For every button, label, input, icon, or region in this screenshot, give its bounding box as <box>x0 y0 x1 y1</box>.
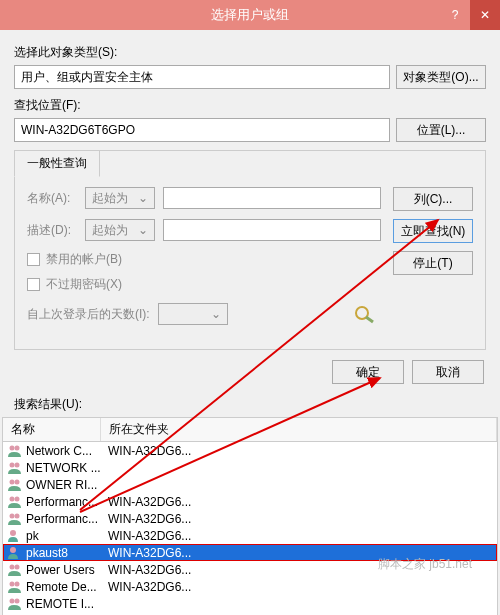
svg-point-10 <box>10 513 15 518</box>
results-list[interactable]: Network C...WIN-A32DG6...NETWORK ...OWNE… <box>2 442 498 615</box>
query-tabset: 一般性查询 名称(A): 起始为⌄ 描述(D): 起始为⌄ 禁用的帐户(B) 不… <box>14 150 486 350</box>
location-field[interactable]: WIN-A32DG6T6GPO <box>14 118 390 142</box>
cancel-button[interactable]: 取消 <box>412 360 484 384</box>
svg-point-6 <box>10 479 15 484</box>
cell-folder: WIN-A32DG6... <box>104 563 191 577</box>
user-icon <box>7 546 23 560</box>
find-now-button[interactable]: 立即查找(N) <box>393 219 473 243</box>
last-login-label: 自上次登录后的天数(I): <box>27 306 150 323</box>
table-row[interactable]: Performanc...WIN-A32DG6... <box>3 493 497 510</box>
tab-common-queries[interactable]: 一般性查询 <box>14 150 100 177</box>
cell-name: NETWORK ... <box>26 461 104 475</box>
cell-name: REMOTE I... <box>26 597 104 611</box>
table-row[interactable]: REMOTE I... <box>3 595 497 612</box>
search-icon <box>351 303 381 325</box>
group-icon <box>7 580 23 594</box>
chevron-down-icon: ⌄ <box>138 191 148 205</box>
columns-button[interactable]: 列(C)... <box>393 187 473 211</box>
svg-point-16 <box>10 581 15 586</box>
desc-label: 描述(D): <box>27 222 77 239</box>
svg-point-12 <box>10 530 16 536</box>
svg-point-8 <box>10 496 15 501</box>
table-row[interactable]: Performanc...WIN-A32DG6... <box>3 510 497 527</box>
locations-button[interactable]: 位置(L)... <box>396 118 486 142</box>
cell-name: Performanc... <box>26 512 104 526</box>
group-icon <box>7 478 23 492</box>
col-name[interactable]: 名称 <box>3 418 101 441</box>
cell-name: Remote De... <box>26 580 104 594</box>
location-label: 查找位置(F): <box>14 97 486 114</box>
table-row[interactable]: Network C...WIN-A32DG6... <box>3 442 497 459</box>
cell-name: pk <box>26 529 104 543</box>
name-label: 名称(A): <box>27 190 77 207</box>
title-bar: 选择用户或组 ? ✕ <box>0 0 500 30</box>
svg-point-18 <box>10 598 15 603</box>
table-row[interactable]: OWNER RI... <box>3 476 497 493</box>
svg-point-2 <box>10 445 15 450</box>
ok-button[interactable]: 确定 <box>332 360 404 384</box>
group-icon <box>7 597 23 611</box>
svg-point-9 <box>15 496 20 501</box>
table-row[interactable]: Remote De...WIN-A32DG6... <box>3 578 497 595</box>
col-folder[interactable]: 所在文件夹 <box>101 418 497 441</box>
desc-input[interactable] <box>163 219 381 241</box>
svg-point-19 <box>15 598 20 603</box>
cell-name: Network C... <box>26 444 104 458</box>
close-button[interactable]: ✕ <box>470 0 500 30</box>
stop-button[interactable]: 停止(T) <box>393 251 473 275</box>
svg-point-5 <box>15 462 20 467</box>
table-row[interactable]: pkWIN-A32DG6... <box>3 527 497 544</box>
object-type-field[interactable]: 用户、组或内置安全主体 <box>14 65 390 89</box>
cell-folder: WIN-A32DG6... <box>104 495 191 509</box>
cell-name: pkaust8 <box>26 546 104 560</box>
name-mode-select[interactable]: 起始为⌄ <box>85 187 155 209</box>
cell-name: Power Users <box>26 563 104 577</box>
object-type-label: 选择此对象类型(S): <box>14 44 486 61</box>
svg-point-4 <box>10 462 15 467</box>
desc-mode-select[interactable]: 起始为⌄ <box>85 219 155 241</box>
results-header: 名称 所在文件夹 <box>2 417 498 442</box>
group-icon <box>7 512 23 526</box>
last-login-select[interactable]: ⌄ <box>158 303 228 325</box>
non-expiring-password-checkbox[interactable]: 不过期密码(X) <box>27 276 381 293</box>
svg-point-14 <box>10 564 15 569</box>
group-icon <box>7 495 23 509</box>
object-types-button[interactable]: 对象类型(O)... <box>396 65 486 89</box>
chevron-down-icon: ⌄ <box>211 307 221 321</box>
help-button[interactable]: ? <box>440 0 470 30</box>
svg-line-1 <box>366 317 373 322</box>
table-row[interactable]: NETWORK ... <box>3 459 497 476</box>
svg-point-11 <box>15 513 20 518</box>
svg-point-13 <box>10 547 16 553</box>
user-icon <box>7 529 23 543</box>
disabled-accounts-checkbox[interactable]: 禁用的帐户(B) <box>27 251 381 268</box>
chevron-down-icon: ⌄ <box>138 223 148 237</box>
group-icon <box>7 461 23 475</box>
cell-name: Performanc... <box>26 495 104 509</box>
cell-folder: WIN-A32DG6... <box>104 580 191 594</box>
group-icon <box>7 563 23 577</box>
window-title: 选择用户或组 <box>211 6 289 24</box>
cell-folder: WIN-A32DG6... <box>104 444 191 458</box>
svg-point-15 <box>15 564 20 569</box>
svg-point-17 <box>15 581 20 586</box>
name-input[interactable] <box>163 187 381 209</box>
group-icon <box>7 444 23 458</box>
results-label: 搜索结果(U): <box>0 396 500 417</box>
cell-name: OWNER RI... <box>26 478 104 492</box>
cell-folder: WIN-A32DG6... <box>104 512 191 526</box>
watermark: 脚本之家 jb51.net <box>378 556 472 573</box>
cell-folder: WIN-A32DG6... <box>104 546 191 560</box>
svg-point-3 <box>15 445 20 450</box>
cell-folder: WIN-A32DG6... <box>104 529 191 543</box>
svg-point-7 <box>15 479 20 484</box>
